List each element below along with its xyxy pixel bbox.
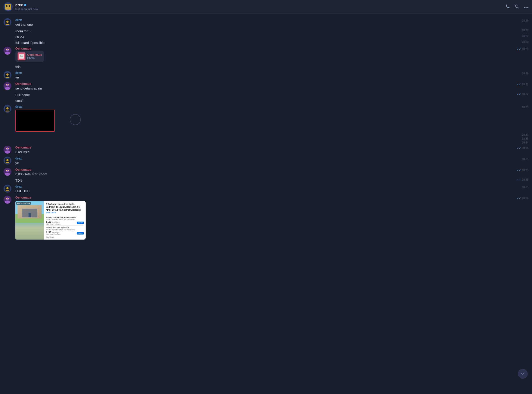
hotel-rate-desc-2: Includes deposit required, see Rate Deta… [46,229,84,231]
sender-name: drex [15,71,22,75]
avatar [4,185,11,193]
message-time: 18:35 [517,185,528,189]
avatar-col [4,146,13,154]
image-row [15,110,517,132]
message-text: HUHHHH [15,189,517,194]
scroll-to-bottom-button[interactable] [518,369,528,379]
hotel-price-row: 2,103 Avg./Night 6,309 Total Per Room Se… [46,221,84,225]
hotel-select-btn-1[interactable]: Select [77,222,84,224]
hotel-details: 2 Bedroom Executive Suite, Bedroom 1: 1 … [44,201,86,239]
message-header-row: drex [15,18,517,22]
hotel-rate-name-2: Flexible Rate with Breakfast [46,227,84,229]
avatar-col [4,71,13,79]
message-group: drex ye 18:29 [0,70,532,81]
photo-sender: Oenomaus [27,53,42,56]
message-time: ✓✓18:35 [517,146,528,150]
hotel-total-2: 6,885 Total Per Room [46,234,61,235]
message-group: Oenomaus Oenomaus Photo [0,46,532,64]
more-options-icon[interactable] [524,4,528,10]
svg-point-39 [8,148,9,149]
svg-point-27 [6,84,9,86]
header-info: drex last seen just now [15,3,505,11]
header-avatar[interactable]: 👾 [4,2,13,11]
message-group: Oenomaus send details again ✓✓18:31 [0,81,532,92]
message-body: drex [15,105,517,132]
message-continuation: full board if possible 18:29 [0,40,532,46]
avatar-col [4,18,13,26]
message-header-row: Oenomaus [15,146,517,150]
message-group: Oenomaus 6,885 Total Per Room ✓✓18:35 [0,167,532,178]
message-header-row: drex [15,105,517,109]
avatar [4,196,11,204]
continuation-text: full board if possible [15,40,517,45]
hotel-rate-name: Member Rate Flexible with Breakfast [46,216,84,218]
svg-point-38 [6,148,7,149]
svg-point-30 [8,84,9,85]
avatar-col [4,157,13,165]
hotel-more-details: More Details [46,236,84,238]
svg-rect-13 [6,24,9,25]
hotel-rate-desc: Includes deposit required, see Rate Deta… [46,218,84,220]
avatar-col [4,196,13,204]
check-icon: ✓✓ [517,197,521,200]
svg-point-51 [6,187,9,189]
message-continuation: room for 3 18:29 [0,29,532,34]
avatar-col [4,168,13,176]
svg-point-54 [6,197,9,200]
message-text: 6,885 Total Per Room [15,172,517,177]
loading-spinner [70,114,81,125]
redacted-image[interactable] [15,110,55,132]
continuation-time: 18:29 [517,34,528,37]
svg-rect-25 [6,77,9,78]
svg-rect-52 [6,190,9,191]
chat-header: 👾 drex last seen just now [0,0,532,14]
search-icon[interactable] [514,4,519,10]
svg-point-18 [8,49,9,50]
message-text: send details again [15,86,517,91]
photo-bubble[interactable]: Oenomaus Photo [15,51,44,62]
avatar-col [4,185,13,193]
header-actions [505,4,528,10]
message-header-row: Oenomaus [15,168,517,172]
hotel-price-2: 2,295 Avg./Night [46,231,61,234]
message-body: Oenomaus send details again [15,82,517,91]
svg-point-17 [6,49,7,50]
avatar [4,18,11,26]
avatar-col [4,105,13,113]
hotel-card: Almost Sold Out [15,201,86,239]
svg-point-47 [6,170,7,171]
hotel-select-btn-2[interactable]: Select [77,232,84,234]
message-body: drex ye [15,71,517,80]
message-body: drex HUHHHH [15,185,517,194]
message-header-row: drex [15,185,517,189]
photo-type: Photo [27,56,42,60]
continuation-time: 18:29 [517,40,528,43]
message-continuation: 20-23 18:29 [0,34,532,40]
continuation-text: email [15,98,517,103]
sender-name: Oenomaus [15,82,31,86]
call-icon[interactable] [505,4,510,10]
online-indicator [24,4,26,6]
svg-point-56 [6,198,7,199]
continuation-time: ✓✓18:32 [517,93,528,96]
message-continuation: email [0,98,532,104]
message-continuation: this [0,64,532,70]
hotel-card-top: Almost Sold Out [15,201,86,239]
svg-point-42 [6,159,9,161]
message-header-row: drex [15,71,517,75]
svg-rect-34 [6,111,9,111]
hotel-room-link[interactable]: Room Details [46,212,84,214]
check-icon: ✓✓ [517,83,521,86]
svg-point-7 [524,7,525,8]
spinner-circle [70,114,81,125]
message-group: drex 18:33 [0,104,532,133]
hotel-price-info: 2,103 Avg./Night 6,309 Total Per Room [46,221,61,225]
svg-rect-43 [6,162,9,163]
message-time: 18:29 [517,18,528,22]
hotel-rate-2: Flexible Rate with Breakfast Includes de… [46,226,84,235]
continuation-time: 18:29 [517,29,528,32]
hotel-rate-1: Member Rate Flexible with Breakfast Incl… [46,215,84,225]
header-contact-name: drex [15,3,505,7]
photo-thumbnail [18,52,26,60]
hotel-total: 6,309 Total Per Room [46,223,61,225]
